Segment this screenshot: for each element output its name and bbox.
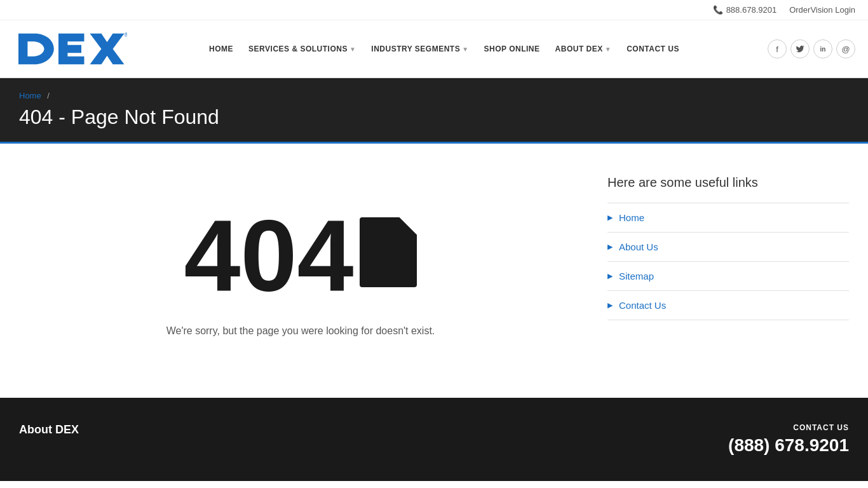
main-content: 404 We're sorry, but the page you were l… bbox=[0, 144, 868, 398]
email-icon[interactable]: @ bbox=[836, 39, 855, 58]
links-title: Here are some useful links bbox=[607, 175, 849, 190]
facebook-icon[interactable]: f bbox=[768, 39, 787, 58]
arrow-icon: ▶ bbox=[607, 214, 613, 222]
top-bar-phone: 📞 888.678.9201 bbox=[713, 5, 777, 15]
main-nav: HOME SERVICES & SOLUTIONS ▼ INDUSTRY SEG… bbox=[201, 39, 687, 58]
error-section: 404 We're sorry, but the page you were l… bbox=[19, 169, 582, 372]
logo-area[interactable]: ® bbox=[13, 27, 127, 71]
error-graphic: 404 bbox=[184, 205, 417, 306]
list-item: ▶ Sitemap bbox=[607, 262, 849, 291]
nav-services[interactable]: SERVICES & SOLUTIONS ▼ bbox=[241, 39, 363, 58]
social-icons: f in @ bbox=[768, 39, 855, 58]
svg-text:®: ® bbox=[125, 32, 127, 38]
file-icon bbox=[360, 217, 417, 287]
phone-number: 888.678.9201 bbox=[726, 5, 777, 15]
footer: About DEX CONTACT US (888) 678.9201 bbox=[0, 398, 868, 481]
order-vision-login[interactable]: OrderVision Login bbox=[789, 5, 855, 15]
footer-phone[interactable]: (888) 678.9201 bbox=[728, 435, 849, 456]
footer-about-title: About DEX bbox=[19, 423, 79, 437]
footer-contact-label: CONTACT US bbox=[728, 423, 849, 432]
nav-contact[interactable]: CONTACT US bbox=[619, 39, 687, 58]
top-bar: 📞 888.678.9201 OrderVision Login bbox=[0, 0, 868, 20]
breadcrumb-separator: / bbox=[47, 91, 50, 100]
header: ® HOME SERVICES & SOLUTIONS ▼ INDUSTRY S… bbox=[0, 20, 868, 78]
chevron-down-icon: ▼ bbox=[462, 46, 468, 53]
page-header: Home / 404 - Page Not Found bbox=[0, 78, 868, 144]
arrow-icon: ▶ bbox=[607, 272, 613, 280]
list-item: ▶ Contact Us bbox=[607, 291, 849, 320]
nav-industry[interactable]: INDUSTRY SEGMENTS ▼ bbox=[363, 39, 476, 58]
link-about[interactable]: About Us bbox=[619, 241, 658, 252]
chevron-down-icon: ▼ bbox=[349, 46, 356, 53]
breadcrumb: Home / bbox=[19, 91, 849, 100]
dex-logo[interactable]: ® bbox=[13, 27, 127, 71]
link-contact[interactable]: Contact Us bbox=[619, 300, 666, 311]
twitter-icon[interactable] bbox=[790, 39, 810, 58]
footer-contact-section: CONTACT US (888) 678.9201 bbox=[728, 423, 849, 456]
list-item: ▶ About Us bbox=[607, 233, 849, 262]
phone-icon: 📞 bbox=[713, 5, 723, 15]
link-home[interactable]: Home bbox=[619, 212, 644, 223]
nav-shop[interactable]: SHOP ONLINE bbox=[477, 39, 548, 58]
link-sitemap[interactable]: Sitemap bbox=[619, 271, 654, 281]
nav-home[interactable]: HOME bbox=[201, 39, 241, 58]
arrow-icon: ▶ bbox=[607, 301, 613, 309]
footer-about: About DEX bbox=[19, 423, 79, 456]
error-number: 404 bbox=[184, 205, 354, 306]
list-item: ▶ Home bbox=[607, 203, 849, 233]
arrow-icon: ▶ bbox=[607, 243, 613, 251]
chevron-down-icon: ▼ bbox=[605, 46, 611, 53]
breadcrumb-home[interactable]: Home bbox=[19, 91, 41, 100]
error-message: We're sorry, but the page you were looki… bbox=[166, 325, 435, 337]
linkedin-icon[interactable]: in bbox=[813, 39, 832, 58]
nav-about[interactable]: ABOUT DEX ▼ bbox=[548, 39, 620, 58]
page-title: 404 - Page Not Found bbox=[19, 105, 849, 129]
links-section: Here are some useful links ▶ Home ▶ Abou… bbox=[607, 169, 849, 372]
